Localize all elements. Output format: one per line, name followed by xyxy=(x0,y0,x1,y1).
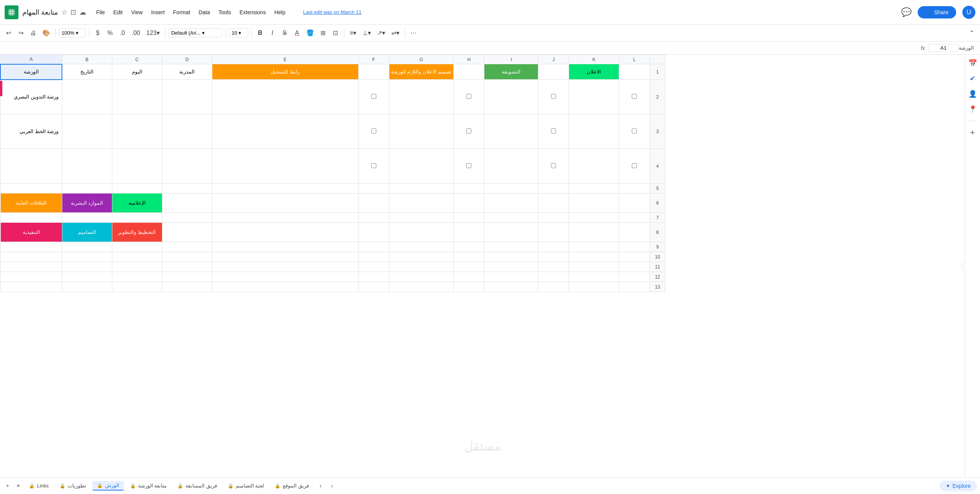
row-num-8[interactable]: 8 xyxy=(650,223,665,242)
cell-B1[interactable]: التاريخ xyxy=(62,64,112,80)
cell-G6[interactable] xyxy=(389,194,454,213)
cell-D1[interactable]: المدربة xyxy=(162,64,212,80)
col-header-I[interactable]: I xyxy=(484,55,538,64)
text-color-button[interactable]: A xyxy=(292,28,302,38)
cell-K7[interactable] xyxy=(569,213,619,223)
checkbox-J3[interactable] xyxy=(551,129,556,134)
cell-D6[interactable] xyxy=(162,194,212,213)
cell-C6[interactable]: الإعلامية xyxy=(112,194,162,213)
checkbox-H2[interactable] xyxy=(466,94,471,99)
cell-I4[interactable] xyxy=(484,149,538,184)
checkbox-J4[interactable] xyxy=(551,163,556,168)
row-num-4[interactable]: 4 xyxy=(650,149,665,184)
cell-A3[interactable]: ورشة الخط العربي xyxy=(0,114,62,149)
checkbox-L4[interactable] xyxy=(632,163,637,168)
cell-L4[interactable] xyxy=(619,149,650,184)
cell-B3[interactable] xyxy=(62,114,112,149)
col-header-G[interactable]: G xyxy=(389,55,454,64)
cell-L8[interactable] xyxy=(619,223,650,242)
checkbox-H3[interactable] xyxy=(466,129,471,134)
sidebar-icon-maps[interactable]: 📍 xyxy=(967,104,978,115)
row-num-1[interactable]: 1 xyxy=(650,64,665,80)
cell-L3[interactable] xyxy=(619,114,650,149)
cell-L5[interactable] xyxy=(619,184,650,194)
corner-cell[interactable] xyxy=(650,55,665,64)
checkbox-L3[interactable] xyxy=(632,129,637,134)
cell-I5[interactable] xyxy=(484,184,538,194)
cell-F1[interactable] xyxy=(358,64,389,80)
cell-C1[interactable]: اليوم xyxy=(112,64,162,80)
cell-A1[interactable]: الورشة xyxy=(0,64,62,80)
cell-H3[interactable] xyxy=(454,114,484,149)
cell-G3[interactable] xyxy=(389,114,454,149)
checkbox-H4[interactable] xyxy=(466,163,471,168)
sheet-tab-links[interactable]: 🔒 Links xyxy=(24,481,53,490)
collapse-toolbar-button[interactable]: ⌃ xyxy=(966,28,977,38)
cell-A8[interactable]: التنفيذية xyxy=(0,223,62,242)
cell-C8[interactable]: التخطيط والتطوير xyxy=(112,223,162,242)
cell-I7[interactable] xyxy=(484,213,538,223)
cell-E4[interactable] xyxy=(212,149,358,184)
cell-C7[interactable] xyxy=(112,213,162,223)
cell-E2[interactable] xyxy=(212,80,358,114)
cell-K6[interactable] xyxy=(569,194,619,213)
percent-button[interactable]: % xyxy=(105,28,115,38)
cell-E1[interactable]: رابط التسجيل xyxy=(212,64,358,80)
cell-J2[interactable] xyxy=(538,80,569,114)
font-size-select[interactable]: 10 ▾ xyxy=(229,28,248,37)
cell-H1[interactable] xyxy=(454,64,484,80)
cell-I6[interactable] xyxy=(484,194,538,213)
align-button[interactable]: ≡▾ xyxy=(347,28,359,38)
cell-J5[interactable] xyxy=(538,184,569,194)
fill-color-button[interactable]: 🪣 xyxy=(304,28,316,38)
col-header-K[interactable]: K xyxy=(569,55,619,64)
sidebar-icon-tasks[interactable]: ✔ xyxy=(967,73,978,84)
cell-I8[interactable] xyxy=(484,223,538,242)
cell-A2[interactable]: ورشة التدوين البصري xyxy=(0,80,62,114)
row-num-10[interactable]: 10 xyxy=(650,252,665,262)
sheet-tab-taywirat[interactable]: 🔒 تطوريات xyxy=(55,481,91,490)
cell-B4[interactable] xyxy=(62,149,112,184)
cell-C3[interactable] xyxy=(112,114,162,149)
cell-E3[interactable] xyxy=(212,114,358,149)
cell-H7[interactable] xyxy=(454,213,484,223)
cell-J3[interactable] xyxy=(538,114,569,149)
col-header-F[interactable]: F xyxy=(358,55,389,64)
cell-K5[interactable] xyxy=(569,184,619,194)
col-header-B[interactable]: B xyxy=(62,55,112,64)
sheet-tab-lajna-tasanim[interactable]: 🔒 لجنة التصاميم xyxy=(223,481,269,490)
cell-I1[interactable]: التشويقة xyxy=(484,64,538,80)
sidebar-add-icon[interactable]: + xyxy=(967,127,978,138)
paint-format-button[interactable]: 🎨 xyxy=(40,28,52,38)
cell-D5[interactable] xyxy=(162,184,212,194)
cell-K1[interactable]: الاعلان xyxy=(569,64,619,80)
menu-view[interactable]: View xyxy=(127,8,147,17)
cell-G8[interactable] xyxy=(389,223,454,242)
cell-J4[interactable] xyxy=(538,149,569,184)
col-header-C[interactable]: C xyxy=(112,55,162,64)
cell-F5[interactable] xyxy=(358,184,389,194)
cell-G1[interactable]: تصميم الاعلان واللازم للورشة xyxy=(389,64,454,80)
cell-B5[interactable] xyxy=(62,184,112,194)
checkbox-F4[interactable] xyxy=(371,163,376,168)
cell-B7[interactable] xyxy=(62,213,112,223)
decimal-increase-button[interactable]: .00 xyxy=(129,28,142,38)
cell-D3[interactable] xyxy=(162,114,212,149)
strikethrough-button[interactable]: S xyxy=(279,28,290,38)
font-select[interactable]: Default (Ari... ▾ xyxy=(169,28,222,37)
menu-file[interactable]: File xyxy=(92,8,109,17)
cell-D2[interactable] xyxy=(162,80,212,114)
cell-L7[interactable] xyxy=(619,213,650,223)
valign-button[interactable]: ⊥▾ xyxy=(360,28,373,38)
row-num-2[interactable]: 2 xyxy=(650,80,665,114)
add-sheet-button[interactable]: + xyxy=(3,481,12,490)
star-icon[interactable]: ☆ xyxy=(61,8,67,17)
col-header-D[interactable]: D xyxy=(162,55,212,64)
cell-G5[interactable] xyxy=(389,184,454,194)
wrap-button[interactable]: ⇌▾ xyxy=(389,28,402,38)
sheet-tab-mutabaa[interactable]: 🔒 متابعة الورشة xyxy=(125,481,172,490)
cell-reference-input[interactable] xyxy=(928,44,959,52)
cell-B8[interactable]: التصاميم xyxy=(62,223,112,242)
cell-D4[interactable] xyxy=(162,149,212,184)
cell-F3[interactable] xyxy=(358,114,389,149)
